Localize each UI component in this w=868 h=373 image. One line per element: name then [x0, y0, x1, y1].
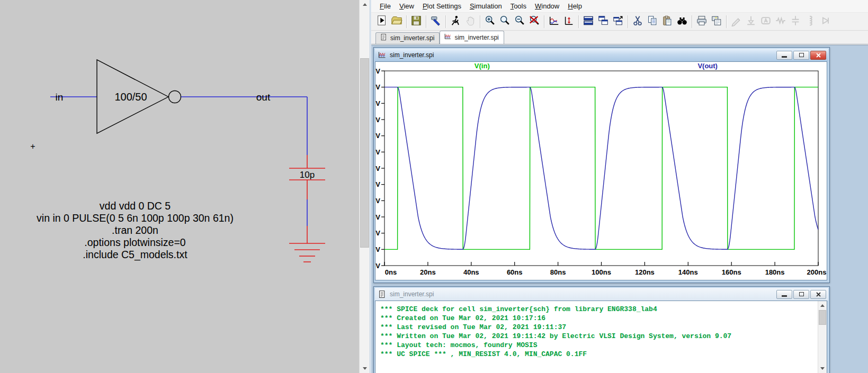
autorange-button[interactable] — [547, 14, 561, 29]
zoom-extents-button[interactable] — [527, 14, 542, 29]
tile-horizontal-button[interactable] — [581, 14, 596, 29]
zoom-back-button[interactable] — [497, 14, 512, 29]
run-button[interactable] — [374, 14, 389, 29]
netlist-text[interactable]: *** SPICE deck for cell sim_inverter{sch… — [375, 301, 818, 373]
waveform-icon — [444, 33, 452, 42]
x-tick-label: 180ns — [765, 268, 785, 276]
open-button[interactable] — [389, 14, 404, 29]
netlist-text-area[interactable]: *** SPICE deck for cell sim_inverter{sch… — [375, 301, 827, 373]
inductor-button — [803, 14, 818, 29]
plot-frame — [384, 71, 818, 266]
triangle-up-icon — [363, 3, 367, 6]
menu-item-tools[interactable]: Tools — [506, 1, 531, 12]
toolbar-separator — [406, 15, 407, 28]
menu-item-plot-settings[interactable]: Plot Settings — [418, 1, 466, 12]
spice-line: .options plotwinsize=0 — [84, 236, 185, 248]
netlist-doc-icon — [378, 290, 387, 298]
tab-bar: sim_inverter.spisim_inverter.spi — [371, 31, 868, 44]
resistor-icon — [775, 15, 786, 29]
print-preview-button[interactable] — [709, 14, 724, 29]
save-button[interactable] — [409, 14, 424, 29]
netlist-scrollbar[interactable] — [818, 301, 827, 373]
paste-icon — [661, 15, 673, 29]
spice-deck-text: vdd vdd 0 DC 5 vin in 0 PULSE(0 5 6n 100… — [37, 200, 234, 261]
netlist-line: *** Layout tech: mocmos, foundry MOSIS — [380, 341, 818, 350]
toolbar-separator — [628, 15, 628, 28]
y-tick-label: 4.0V — [375, 116, 380, 124]
wire-button — [729, 14, 744, 29]
scroll-down-arrow[interactable] — [818, 364, 827, 373]
plot-area[interactable]: 5.5V5.0V4.5V4.0V3.5V3.0V2.5V2.0V1.5V1.0V… — [375, 61, 827, 280]
netlist-window-titlebar[interactable]: sim_inverter.spi — [375, 288, 828, 301]
find-button[interactable] — [675, 14, 690, 29]
maximize-button[interactable] — [793, 51, 809, 60]
x-tick-label: 100ns — [592, 268, 611, 276]
close-icon — [816, 292, 821, 297]
menu-item-window[interactable]: Window — [531, 1, 563, 12]
maximize-button[interactable] — [793, 290, 809, 299]
scroll-up-arrow[interactable] — [818, 301, 827, 310]
trace-vin[interactable] — [384, 87, 818, 250]
schematic-canvas[interactable]: in 100/50 out 10p + vdd vdd 0 DC 5 vin i… — [0, 0, 359, 373]
print-button[interactable] — [694, 14, 709, 29]
netlist-line: *** SPICE deck for cell sim_inverter{sch… — [380, 305, 818, 314]
scrollbar-thumb[interactable] — [819, 310, 826, 325]
cut-button[interactable] — [630, 14, 645, 29]
net-out-label: out — [256, 92, 271, 103]
scroll-up-arrow[interactable] — [360, 0, 370, 9]
minimize-button[interactable] — [776, 51, 792, 60]
plot-canvas[interactable]: 5.5V5.0V4.5V4.0V3.5V3.0V2.5V2.0V1.5V1.0V… — [375, 62, 827, 280]
plot-window-titlebar[interactable]: sim_inverter.spi — [375, 49, 828, 61]
x-tick-label: 40ns — [463, 268, 479, 276]
menu-item-help[interactable]: Help — [563, 1, 586, 12]
resistor-button — [773, 14, 788, 29]
menu-item-view[interactable]: View — [395, 1, 418, 12]
inverter-size-label: 100/50 — [114, 91, 147, 103]
paste-button[interactable] — [660, 14, 675, 29]
inductor-icon — [804, 15, 816, 29]
tab-netlist[interactable]: sim_inverter.spi — [375, 32, 440, 44]
toolbar-separator — [480, 15, 480, 28]
y-tick-label: -0.5V — [375, 262, 380, 270]
close-button[interactable] — [810, 51, 826, 60]
zoom-out-button[interactable] — [512, 14, 527, 29]
toolbar-separator — [578, 15, 579, 28]
wire-icon — [730, 15, 742, 29]
scroll-down-arrow[interactable] — [360, 364, 370, 373]
tab-waveform-plot[interactable]: sim_inverter.spi — [440, 31, 504, 44]
plot-window: sim_inverter.spi 5.5V5.0V4.5V4.0V3.5V3.0… — [373, 47, 830, 283]
cut-icon — [632, 15, 643, 29]
halt-button[interactable] — [448, 14, 463, 29]
control-panel-button[interactable] — [428, 14, 443, 29]
tab-label: sim_inverter.spi — [454, 34, 498, 41]
label-button — [758, 14, 773, 29]
netlist-line: *** Written on Tue Mar 02, 2021 19:11:42… — [380, 332, 818, 341]
left-pane-scrollbar[interactable] — [359, 0, 370, 373]
trace-label-vout[interactable]: V(out) — [697, 62, 718, 70]
ground-symbol[interactable] — [289, 243, 325, 262]
x-tick-label: 200ns — [807, 268, 827, 276]
toolbar-separator — [426, 15, 426, 28]
copy-button[interactable] — [645, 14, 660, 29]
plot-settings-button[interactable] — [561, 14, 576, 29]
tile-horizontal-icon — [583, 15, 594, 29]
menu-item-file[interactable]: File — [375, 1, 395, 12]
zoom-in-button[interactable] — [482, 14, 497, 29]
spice-line: .include C5_models.txt — [83, 249, 187, 261]
minimize-button[interactable] — [776, 290, 792, 299]
scrollbar-thumb[interactable] — [360, 58, 369, 248]
x-tick-label: 60ns — [507, 268, 523, 276]
tile-vertical-button[interactable] — [596, 14, 611, 29]
maximize-icon — [799, 53, 804, 57]
trace-label-vin[interactable]: V(in) — [475, 62, 490, 70]
cascade-button[interactable] — [611, 14, 625, 29]
triangle-up-icon — [820, 304, 825, 307]
menu-item-simulation[interactable]: Simulation — [466, 1, 506, 12]
toolbar — [371, 13, 868, 31]
triangle-down-icon — [363, 367, 367, 370]
open-icon — [391, 15, 402, 29]
trace-vout[interactable] — [384, 87, 818, 250]
netlist-line: *** Last revised on Tue Mar 02, 2021 19:… — [380, 323, 818, 332]
print-icon — [696, 15, 708, 29]
close-button[interactable] — [810, 290, 826, 299]
